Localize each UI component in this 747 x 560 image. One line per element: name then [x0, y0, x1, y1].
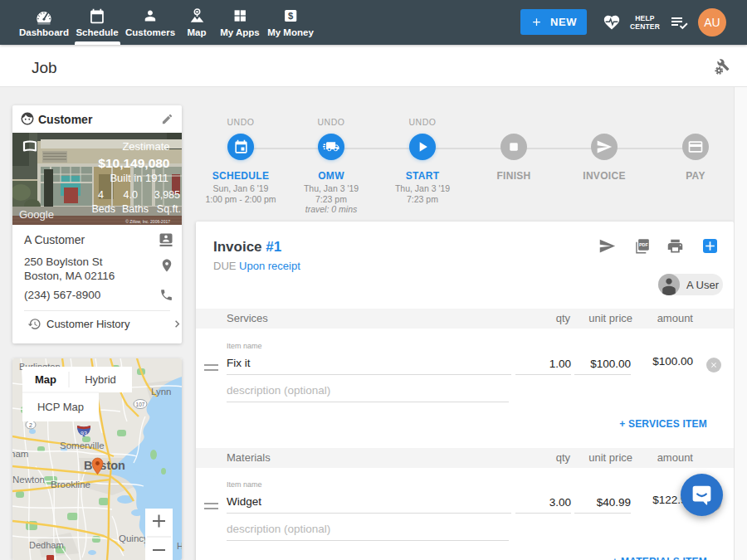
svg-text:HCP Map: HCP Map [37, 401, 84, 413]
svg-text:Built in 1911: Built in 1911 [110, 172, 168, 184]
svg-text:PDF: PDF [639, 242, 649, 247]
svg-text:3,985: 3,985 [154, 189, 180, 201]
svg-text:107: 107 [136, 402, 145, 407]
svg-text:Google: Google [19, 208, 54, 221]
svg-text:Zestimate: Zestimate [122, 140, 169, 153]
svg-text:Baths: Baths [122, 203, 149, 215]
svg-text:Beds: Beds [92, 203, 116, 215]
svg-text:$: $ [288, 11, 294, 21]
svg-text:93: 93 [81, 431, 87, 436]
svg-text:© Zillow, Inc. 2006-2017: © Zillow, Inc. 2006-2017 [125, 219, 170, 224]
svg-text:Newton: Newton [12, 475, 45, 485]
svg-text:Brookline: Brookline [51, 480, 90, 489]
svg-text:Hi: Hi [177, 541, 182, 551]
svg-text:$10,149,080: $10,149,080 [98, 156, 169, 170]
svg-text:Sq.ft.: Sq.ft. [157, 203, 181, 215]
svg-text:2: 2 [29, 422, 32, 428]
svg-text:Hybrid: Hybrid [85, 373, 116, 386]
svg-text:Dedham: Dedham [29, 540, 64, 550]
svg-text:4.0: 4.0 [124, 189, 138, 201]
svg-text:Map: Map [35, 373, 56, 386]
svg-text:Somerville: Somerville [60, 441, 105, 450]
svg-text:ham: ham [12, 449, 28, 459]
svg-text:Quincy: Quincy [119, 533, 149, 543]
svg-text:4: 4 [98, 189, 104, 201]
svg-text:Boston: Boston [84, 459, 125, 472]
svg-text:Lynn: Lynn [151, 387, 172, 397]
